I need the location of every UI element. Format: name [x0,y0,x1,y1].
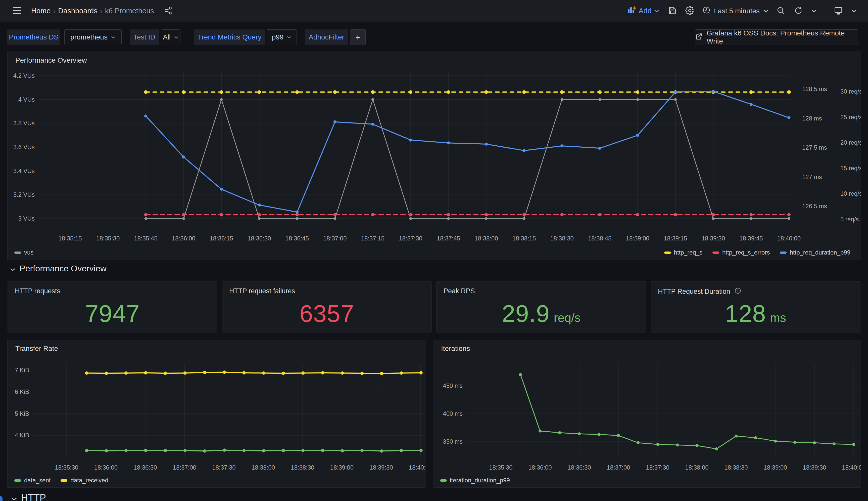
svg-text:3 VUs: 3 VUs [18,215,35,222]
legend-label: data_received [70,477,108,484]
legend-item-vus[interactable]: vus [14,249,33,256]
legend-item-http_req_s[interactable]: http_req_s [664,249,702,256]
svg-text:18:36:00: 18:36:00 [94,464,118,471]
legend-label: http_req_duration_p99 [790,249,850,256]
svg-text:7 KiB: 7 KiB [15,367,29,373]
svg-text:18:38:00: 18:38:00 [252,464,275,471]
docs-link-label: Grafana k6 OSS Docs: Prometheus Remote W… [707,29,858,45]
variable-value-prometheus-ds[interactable]: prometheus [64,30,122,45]
legend-item-data_received[interactable]: data_received [61,477,108,484]
svg-text:126.5 ms: 126.5 ms [802,203,827,210]
legend-item-http_req_duration_p99[interactable]: http_req_duration_p99 [780,249,850,256]
legend-swatch [61,479,67,482]
share-dashboard-button[interactable] [161,4,175,18]
breadcrumb-home[interactable]: Home [31,7,51,15]
docs-link-button[interactable]: Grafana k6 OSS Docs: Prometheus Remote W… [695,30,858,45]
stat-value: 6357 [299,300,354,328]
legend-swatch [14,252,21,254]
stat-title[interactable]: Peak RPS [443,287,475,295]
svg-text:20 req/s: 20 req/s [840,139,861,146]
svg-text:18:36:30: 18:36:30 [568,464,591,471]
svg-text:18:36:00: 18:36:00 [172,235,195,242]
save-dashboard-button[interactable] [665,4,679,18]
stat-value: 7947 [85,300,140,328]
svg-text:18:39:00: 18:39:00 [626,235,649,242]
svg-text:18:39:15: 18:39:15 [664,235,687,242]
magnifier-minus-icon [777,6,785,16]
menu-toggle-button[interactable] [10,4,24,18]
chevron-down-icon [10,264,15,274]
adhoc-filter-label[interactable]: AdhocFilter [305,30,348,45]
legend-label: iteration_duration_p99 [450,477,510,484]
transfer-rate-chart[interactable]: 18:35:3018:36:0018:36:3018:37:0018:37:30… [8,340,426,488]
svg-text:18:35:30: 18:35:30 [96,235,120,242]
chevron-down-icon [654,10,659,13]
svg-text:127.5 ms: 127.5 ms [802,144,827,151]
stat-panel-http-request-duration: HTTP Request Duration 128 ms [651,281,860,332]
dashboard-settings-button[interactable] [683,4,697,18]
zoom-out-time-button[interactable] [774,4,788,18]
svg-text:18:39:30: 18:39:30 [702,235,725,242]
variable-value-label: All [163,33,171,41]
hamburger-icon [13,7,22,15]
svg-text:18:38:00: 18:38:00 [685,464,708,471]
svg-text:128.5 ms: 128.5 ms [802,86,827,92]
variable-label-trend-metrics-query[interactable]: Trend Metrics Query [194,30,265,45]
svg-text:15 req/s: 15 req/s [840,165,861,171]
svg-text:18:37:00: 18:37:00 [323,235,347,242]
svg-text:30 req/s: 30 req/s [840,88,861,95]
time-range-picker[interactable]: Last 5 minutes [700,6,770,16]
iterations-chart[interactable]: 18:35:3018:36:0018:36:3018:37:0018:37:30… [433,340,861,488]
svg-text:3.2 VUs: 3.2 VUs [13,191,35,198]
svg-text:18:37:15: 18:37:15 [361,235,384,242]
add-filter-button[interactable]: + [350,30,366,45]
variable-value-test-id[interactable]: All [161,30,180,45]
save-icon [668,6,677,16]
svg-text:127 ms: 127 ms [802,173,822,180]
svg-text:6 KiB: 6 KiB [15,388,29,395]
svg-text:18:40:00: 18:40:00 [842,464,861,471]
info-icon[interactable] [734,287,741,296]
panel-iterations: Iterations 18:35:3018:36:0018:36:3018:37… [433,340,861,488]
section-row-http[interactable]: HTTP [11,492,46,501]
tv-mode-button[interactable] [831,4,845,18]
monitor-icon [834,6,843,16]
svg-text:18:36:45: 18:36:45 [285,235,309,242]
legend-item-iteration_duration_p99[interactable]: iteration_duration_p99 [440,477,510,484]
add-panel-icon [627,6,636,15]
stat-title[interactable]: HTTP Request Duration [658,287,741,296]
refresh-interval-dropdown[interactable] [809,4,819,18]
chevron-down-icon [287,36,292,39]
grafana-dashboard: Home › Dashboards › k6 Prometheus Add [0,0,868,501]
legend-swatch [14,479,21,482]
svg-text:18:38:30: 18:38:30 [550,235,573,242]
stat-panel-http-requests: HTTP requests 7947 [8,281,217,332]
nav-more-dropdown[interactable] [849,4,859,18]
svg-text:18:36:00: 18:36:00 [528,464,552,471]
svg-text:18:38:30: 18:38:30 [724,464,748,471]
legend-item-data_sent[interactable]: data_sent [14,477,51,484]
legend-label: data_sent [24,477,51,484]
legend-item-http_req_s_errors[interactable]: http_req_s_errors [712,249,770,256]
section-row-performance-overview[interactable]: Performance Overview [10,264,107,274]
breadcrumb-separator: › [98,7,105,15]
svg-text:18:39:00: 18:39:00 [763,464,787,471]
refresh-dashboard-button[interactable] [791,4,805,18]
variable-value-trend-metrics-query[interactable]: p99 [267,30,297,45]
breadcrumb-dashboards[interactable]: Dashboards [58,7,97,15]
stat-unit: req/s [554,311,581,326]
variable-value-label: prometheus [70,33,108,41]
overview-timeseries-chart[interactable]: 18:35:1518:35:3018:35:4518:36:0018:36:15… [8,52,861,260]
stat-title[interactable]: HTTP requests [15,287,60,295]
section-title: Performance Overview [20,264,107,274]
variable-label-test-id[interactable]: Test ID [130,30,159,45]
nav-divider [825,6,825,17]
stat-title[interactable]: HTTP request failures [229,287,295,295]
top-nav: Home › Dashboards › k6 Prometheus Add [0,0,868,22]
variable-label-prometheus-ds[interactable]: Prometheus DS [7,30,60,45]
add-button[interactable]: Add [625,6,662,15]
svg-text:18:39:30: 18:39:30 [370,464,393,471]
svg-text:128 ms: 128 ms [802,115,822,122]
svg-text:10 req/s: 10 req/s [840,190,861,197]
svg-text:18:38:30: 18:38:30 [291,464,314,471]
